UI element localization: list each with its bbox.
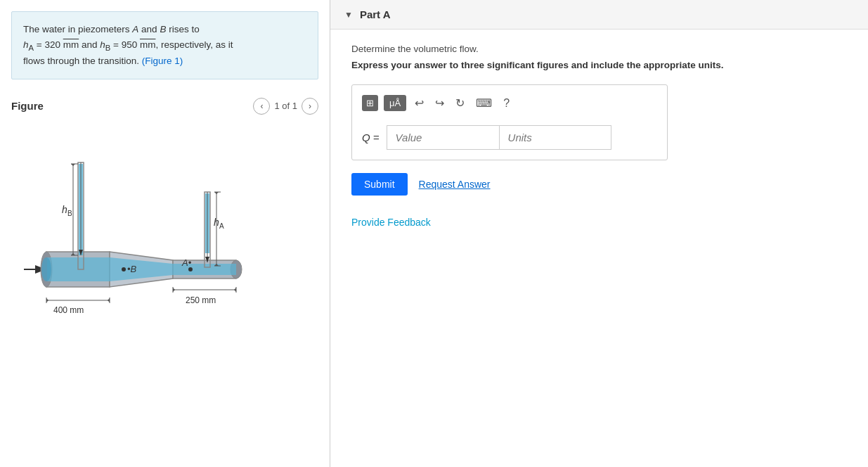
figure-link[interactable]: (Figure 1) xyxy=(142,56,183,66)
help-button[interactable]: ? xyxy=(500,96,512,111)
refresh-button[interactable]: ↻ xyxy=(453,95,467,111)
svg-text:B: B xyxy=(67,210,72,217)
figure-section: Figure ‹ 1 of 1 › xyxy=(0,91,330,467)
svg-marker-28 xyxy=(46,298,48,302)
submit-button[interactable]: Submit xyxy=(351,173,408,196)
svg-marker-45 xyxy=(214,192,219,194)
svg-text:400 mm: 400 mm xyxy=(53,305,84,315)
part-title: Part A xyxy=(360,8,391,20)
svg-text:250 mm: 250 mm xyxy=(186,295,216,305)
request-answer-button[interactable]: Request Answer xyxy=(419,179,491,190)
figure-label: Figure xyxy=(11,100,253,112)
figure-header: Figure ‹ 1 of 1 › xyxy=(11,98,318,115)
keyboard-button[interactable]: ⌨ xyxy=(473,95,495,111)
page-indicator: 1 of 1 xyxy=(274,101,297,111)
figure-nav: ‹ 1 of 1 › xyxy=(253,98,318,115)
bold-instruction: Express your answer to three significant… xyxy=(351,60,847,70)
instruction-text: Determine the volumetric flow. xyxy=(351,44,847,54)
left-panel: The water in piezometers A and B rises t… xyxy=(0,0,330,467)
figure-diagram: h B h A •B A• 400 mm xyxy=(11,122,313,361)
matrix-icon: ⊞ xyxy=(366,98,374,108)
svg-text:A: A xyxy=(219,222,224,230)
svg-marker-35 xyxy=(234,288,236,292)
svg-point-10 xyxy=(41,257,51,281)
q-label: Q = xyxy=(362,132,380,143)
answer-box: ⊞ μÅ ↩ ↪ ↻ ⌨ ? Q = xyxy=(351,84,668,160)
part-header: ▼ Part A xyxy=(330,0,868,30)
matrix-button[interactable]: ⊞ xyxy=(362,95,378,111)
right-panel: ▼ Part A Determine the volumetric flow. … xyxy=(330,0,868,467)
part-content: Determine the volumetric flow. Express y… xyxy=(330,30,868,242)
units-input[interactable] xyxy=(499,125,611,150)
svg-marker-29 xyxy=(108,298,110,302)
toolbar: ⊞ μÅ ↩ ↪ ↻ ⌨ ? xyxy=(362,95,657,117)
input-row: Q = xyxy=(362,125,657,150)
svg-point-21 xyxy=(122,267,126,271)
value-input[interactable] xyxy=(387,125,499,150)
problem-statement: The water in piezometers A and B rises t… xyxy=(11,11,318,79)
svg-text:A•: A• xyxy=(181,257,192,268)
svg-marker-40 xyxy=(71,164,75,166)
undo-button[interactable]: ↩ xyxy=(412,95,427,111)
chevron-down-icon[interactable]: ▼ xyxy=(344,10,353,20)
action-row: Submit Request Answer xyxy=(351,173,847,196)
provide-feedback-link[interactable]: Provide Feedback xyxy=(351,217,431,228)
svg-text:h: h xyxy=(62,204,67,215)
prev-figure-button[interactable]: ‹ xyxy=(253,98,270,115)
problem-text: The water in piezometers A and B rises t… xyxy=(23,24,233,66)
svg-marker-34 xyxy=(173,288,175,292)
mu-button[interactable]: μÅ xyxy=(384,95,406,111)
redo-button[interactable]: ↪ xyxy=(432,95,447,111)
mu-label: μÅ xyxy=(389,98,401,108)
next-figure-button[interactable]: › xyxy=(302,98,318,115)
svg-text:•B: •B xyxy=(127,264,137,274)
